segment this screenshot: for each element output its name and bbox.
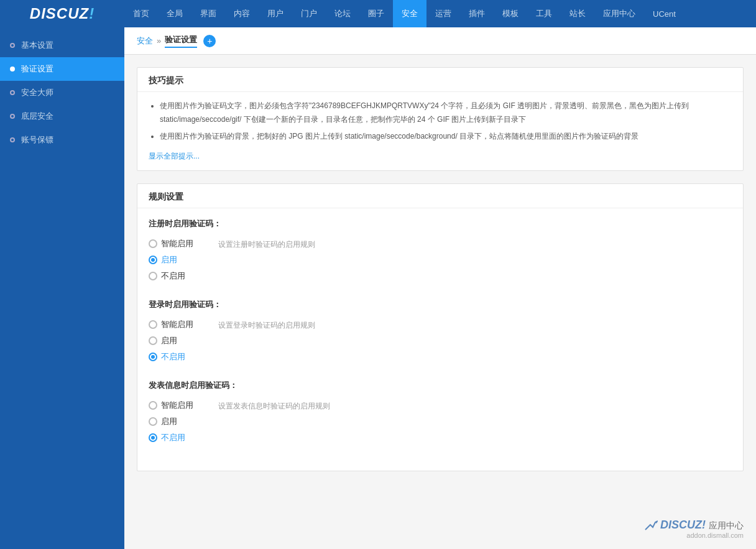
login-disable-label: 不启用 bbox=[161, 351, 185, 362]
sidebar-dot bbox=[10, 43, 15, 48]
nav-portal[interactable]: 门户 bbox=[292, 0, 326, 27]
tips-box: 技巧提示 使用图片作为验证码文字，图片必须包含字符"2346789BCEFGHJ… bbox=[137, 67, 744, 171]
footer-logo-text: DISCUZ! 应用中心 bbox=[660, 519, 744, 532]
sidebar-item-base-security[interactable]: 底层安全 bbox=[0, 104, 124, 128]
login-enable-option[interactable]: 启用 bbox=[149, 335, 193, 346]
login-label: 登录时启用验证码： bbox=[149, 299, 732, 310]
tip-item-2: 使用图片作为验证码的背景，把制好的 JPG 图片上传到 static/image… bbox=[160, 130, 732, 144]
sidebar: 基本设置 验证设置 安全大师 底层安全 账号保镖 bbox=[0, 27, 124, 549]
register-disable-label: 不启用 bbox=[161, 270, 185, 282]
sidebar-label-master: 安全大师 bbox=[21, 87, 53, 98]
register-label: 注册时启用验证码： bbox=[149, 218, 732, 229]
breadcrumb: 安全 » 验证设置 + bbox=[137, 34, 216, 48]
nav-home[interactable]: 首页 bbox=[124, 0, 158, 27]
sidebar-dot bbox=[10, 137, 15, 142]
content-area: 技巧提示 使用图片作为验证码文字，图片必须包含字符"2346789BCEFGHJ… bbox=[124, 55, 756, 484]
login-enable-radio[interactable] bbox=[149, 336, 157, 345]
nav-operations[interactable]: 运营 bbox=[426, 0, 460, 27]
breadcrumb-parent[interactable]: 安全 bbox=[137, 35, 153, 47]
login-smart-option[interactable]: 智能启用 bbox=[149, 319, 193, 330]
logo-area: DISCUZ! bbox=[0, 0, 124, 27]
login-smart-label: 智能启用 bbox=[161, 319, 193, 330]
nav-global[interactable]: 全局 bbox=[158, 0, 191, 27]
tips-more-link[interactable]: 显示全部提示... bbox=[149, 150, 200, 164]
breadcrumb-current: 验证设置 bbox=[165, 34, 197, 48]
rules-body: 注册时启用验证码： 智能启用 启用 bbox=[137, 208, 743, 471]
logo: DISCUZ! bbox=[30, 5, 94, 22]
post-enable-option[interactable]: 启用 bbox=[149, 416, 193, 427]
nav-user[interactable]: 用户 bbox=[259, 0, 292, 27]
form-section-register: 注册时启用验证码： 智能启用 启用 bbox=[149, 218, 732, 282]
sidebar-label-verify: 验证设置 bbox=[21, 63, 53, 75]
top-nav: DISCUZ! 首页 全局 界面 内容 用户 门户 论坛 圈子 安全 运营 插件… bbox=[0, 0, 756, 27]
sidebar-item-basic[interactable]: 基本设置 bbox=[0, 34, 124, 57]
nav-content[interactable]: 内容 bbox=[225, 0, 259, 27]
post-disable-option[interactable]: 不启用 bbox=[149, 432, 193, 443]
sidebar-dot bbox=[10, 114, 15, 119]
breadcrumb-bar: 安全 » 验证设置 + bbox=[124, 27, 756, 55]
post-radio-group: 智能启用 启用 不启用 bbox=[149, 400, 193, 443]
nav-circle[interactable]: 圈子 bbox=[359, 0, 393, 27]
sidebar-dot-active bbox=[10, 67, 15, 72]
login-hint: 设置登录时验证码的启用规则 bbox=[218, 319, 315, 331]
sidebar-label-base-security: 底层安全 bbox=[21, 111, 53, 122]
main-content: 安全 » 验证设置 + 技巧提示 使用图片作为验证码文字，图片必须包含字符"23… bbox=[124, 27, 756, 549]
login-disable-option[interactable]: 不启用 bbox=[149, 351, 193, 362]
sidebar-dot bbox=[10, 90, 15, 95]
register-smart-label: 智能启用 bbox=[161, 238, 193, 249]
nav-forum[interactable]: 论坛 bbox=[326, 0, 359, 27]
footer-url: addon.dismall.com bbox=[686, 532, 744, 539]
sidebar-label-account: 账号保镖 bbox=[21, 134, 53, 145]
nav-tools[interactable]: 工具 bbox=[527, 0, 561, 27]
post-disable-radio[interactable] bbox=[149, 433, 157, 442]
register-enable-label: 启用 bbox=[161, 254, 177, 265]
post-enable-radio[interactable] bbox=[149, 417, 157, 426]
register-enable-radio[interactable] bbox=[149, 256, 157, 264]
nav-ui[interactable]: 界面 bbox=[191, 0, 225, 27]
register-form-row: 智能启用 启用 不启用 bbox=[149, 238, 732, 282]
register-enable-option[interactable]: 启用 bbox=[149, 254, 193, 265]
nav-plugins[interactable]: 插件 bbox=[460, 0, 494, 27]
tips-body: 使用图片作为验证码文字，图片必须包含字符"2346789BCEFGHJKMPQR… bbox=[137, 92, 743, 170]
login-radio-group: 智能启用 启用 不启用 bbox=[149, 319, 193, 362]
sidebar-item-verify[interactable]: 验证设置 bbox=[0, 57, 124, 81]
post-label: 发表信息时启用验证码： bbox=[149, 380, 732, 391]
login-enable-label: 启用 bbox=[161, 335, 177, 346]
rules-box: 规则设置 注册时启用验证码： 智能启用 bbox=[137, 183, 744, 471]
post-hint: 设置发表信息时验证码的启用规则 bbox=[218, 400, 330, 412]
tips-header: 技巧提示 bbox=[137, 68, 743, 92]
register-hint: 设置注册时验证码的启用规则 bbox=[218, 238, 315, 250]
nav-items: 首页 全局 界面 内容 用户 门户 论坛 圈子 安全 运营 插件 模板 工具 站… bbox=[124, 0, 756, 27]
tip-item-1: 使用图片作为验证码文字，图片必须包含字符"2346789BCEFGHJKMPQR… bbox=[160, 99, 732, 126]
sidebar-label-basic: 基本设置 bbox=[21, 40, 53, 51]
sidebar-item-account[interactable]: 账号保镖 bbox=[0, 128, 124, 152]
footer-watermark: DISCUZ! 应用中心 addon.dismall.com bbox=[644, 519, 744, 539]
register-disable-radio[interactable] bbox=[149, 272, 157, 280]
nav-security[interactable]: 安全 bbox=[393, 0, 426, 27]
nav-template[interactable]: 模板 bbox=[494, 0, 527, 27]
nav-ucenter[interactable]: UCent bbox=[644, 0, 685, 27]
login-disable-radio[interactable] bbox=[149, 353, 157, 361]
sidebar-item-master[interactable]: 安全大师 bbox=[0, 81, 124, 104]
login-form-row: 智能启用 启用 不启用 bbox=[149, 319, 732, 362]
post-smart-option[interactable]: 智能启用 bbox=[149, 400, 193, 411]
nav-appcenter[interactable]: 应用中心 bbox=[594, 0, 644, 27]
post-smart-radio[interactable] bbox=[149, 401, 157, 410]
form-section-post: 发表信息时启用验证码： 智能启用 启用 bbox=[149, 380, 732, 443]
post-disable-label: 不启用 bbox=[161, 432, 185, 443]
post-smart-label: 智能启用 bbox=[161, 400, 193, 411]
footer-bird-icon bbox=[644, 520, 658, 531]
register-smart-option[interactable]: 智能启用 bbox=[149, 238, 193, 249]
rules-header: 规则设置 bbox=[137, 184, 743, 208]
register-radio-group: 智能启用 启用 不启用 bbox=[149, 238, 193, 282]
breadcrumb-separator: » bbox=[157, 36, 161, 45]
form-section-login: 登录时启用验证码： 智能启用 启用 bbox=[149, 299, 732, 362]
login-smart-radio[interactable] bbox=[149, 320, 157, 329]
register-smart-radio[interactable] bbox=[149, 239, 157, 248]
post-enable-label: 启用 bbox=[161, 416, 177, 427]
breadcrumb-add-button[interactable]: + bbox=[203, 35, 216, 47]
nav-admin[interactable]: 站长 bbox=[561, 0, 594, 27]
register-disable-option[interactable]: 不启用 bbox=[149, 270, 193, 282]
post-form-row: 智能启用 启用 不启用 bbox=[149, 400, 732, 443]
layout: 基本设置 验证设置 安全大师 底层安全 账号保镖 安全 » 验证设置 + bbox=[0, 27, 756, 549]
